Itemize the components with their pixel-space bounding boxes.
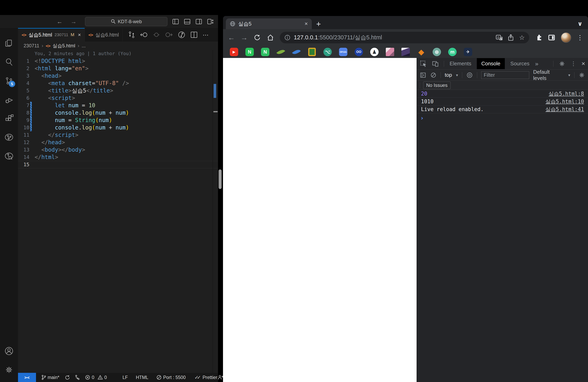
code-editor[interactable]: You, 2 minutes ago | 1 author (You) 1<!D…: [18, 50, 218, 373]
explorer-icon[interactable]: [0, 34, 18, 53]
code-line-13[interactable]: 13 <body></body>: [18, 146, 218, 153]
git-graph-item[interactable]: [75, 375, 80, 380]
inspect-element-icon[interactable]: [420, 60, 427, 67]
source-location-link[interactable]: 실습5.html:41: [546, 106, 584, 113]
bookmark-bird[interactable]: ✈: [464, 48, 472, 56]
run-debug-icon[interactable]: [0, 90, 18, 109]
tab-sources[interactable]: Sources: [510, 58, 530, 69]
breadcrumb-more[interactable]: ...: [82, 43, 85, 49]
git-branch-item[interactable]: main*: [41, 375, 59, 380]
history-back-icon[interactable]: ←: [57, 18, 63, 25]
device-toolbar-icon[interactable]: [432, 60, 439, 67]
console-message[interactable]: 1010실습5.html:10: [417, 98, 588, 105]
eol-item[interactable]: LF: [122, 375, 128, 380]
live-server-port-item[interactable]: Port : 5500: [156, 375, 186, 380]
code-line-5[interactable]: 5 <title>실습5</title>: [18, 87, 218, 94]
code-line-6[interactable]: 6 <script>: [18, 94, 218, 102]
profile-avatar[interactable]: [561, 32, 571, 43]
bookmark-naver-1[interactable]: N: [245, 48, 254, 56]
remote-indicator[interactable]: ><: [18, 373, 36, 382]
prettier-item[interactable]: ✓✓ Prettier: [194, 375, 217, 380]
bookmark-photo-pink[interactable]: [386, 48, 394, 56]
bookmark-gold-frame[interactable]: [308, 48, 316, 56]
bookmark-youtube[interactable]: ▶: [230, 48, 238, 56]
more-tabs-icon[interactable]: »: [535, 60, 538, 67]
code-line-4[interactable]: 4 <meta charset="UTF-8" />: [18, 79, 218, 87]
gitlens-icon[interactable]: [0, 147, 18, 165]
bookmark-star-icon[interactable]: ☆: [519, 34, 525, 41]
source-location-link[interactable]: 실습5.html:10: [546, 98, 584, 105]
site-info-icon[interactable]: [284, 34, 291, 41]
browser-forward-icon[interactable]: →: [241, 34, 248, 41]
bookmark-naver-2[interactable]: N: [261, 48, 269, 56]
bookmark-github[interactable]: ♟: [370, 48, 378, 56]
home-icon[interactable]: [267, 34, 274, 41]
code-line-14[interactable]: 14</html>: [18, 153, 218, 161]
git-blame-annotation[interactable]: You, 2 minutes ago | 1 author (You): [18, 50, 218, 57]
bookmark-orange-gem[interactable]: ◆: [417, 48, 425, 56]
share-icon[interactable]: [507, 34, 514, 41]
sync-item[interactable]: [64, 375, 70, 380]
code-line-2[interactable]: 2<html lang="en">: [18, 65, 218, 72]
live-share-icon[interactable]: [0, 128, 18, 147]
new-tab-icon[interactable]: +: [316, 20, 321, 28]
compare-changes-icon[interactable]: [128, 31, 135, 38]
account-icon[interactable]: [0, 342, 18, 361]
breadcrumb-folder[interactable]: 230711: [24, 43, 39, 49]
code-line-1[interactable]: 1<!DOCTYPE html>: [18, 57, 218, 65]
console-settings-icon[interactable]: [578, 72, 585, 78]
more-actions-icon[interactable]: ⋯: [203, 31, 209, 38]
console-sidebar-icon[interactable]: [420, 72, 426, 78]
customize-layout-icon[interactable]: [207, 19, 214, 24]
breadcrumb[interactable]: 230711 › <> 실습5.html › ...: [18, 41, 218, 50]
live-expression-eye-icon[interactable]: [466, 72, 473, 78]
bookmark-branch-circle[interactable]: ⌥: [323, 48, 332, 56]
tab-silseup6[interactable]: <> 실습6.html: [85, 28, 123, 41]
browser-back-icon[interactable]: ←: [228, 34, 235, 41]
chrome-menu-icon[interactable]: ⋮: [577, 34, 583, 41]
bookmark-feather[interactable]: [292, 48, 301, 56]
context-selector[interactable]: top: [445, 72, 452, 78]
console-message[interactable]: Live reload enabled.실습5.html:41: [417, 105, 588, 113]
console-message[interactable]: 20실습5.html:8: [417, 90, 588, 98]
side-panel-icon[interactable]: [548, 34, 555, 41]
toggle-sidebar-icon[interactable]: [172, 19, 179, 24]
extensions-puzzle-icon[interactable]: [535, 34, 542, 41]
tab-close-icon[interactable]: ×: [305, 20, 308, 27]
tab-silseup5[interactable]: <> 실습5.html 230711 M ×: [18, 28, 85, 41]
code-line-9[interactable]: 9 num = String(num): [18, 116, 218, 124]
console-filter-input[interactable]: [481, 71, 529, 79]
code-line-8[interactable]: 8 console.log(num + num): [18, 109, 218, 116]
nav-back-editor-icon[interactable]: [140, 31, 148, 38]
problems-item[interactable]: 0 0: [85, 375, 107, 380]
feedback-item[interactable]: [217, 375, 223, 380]
devtools-menu-icon[interactable]: ⋮: [571, 60, 576, 67]
breadcrumb-file[interactable]: 실습5.html: [53, 42, 75, 49]
bookmark-spiral[interactable]: ⊛: [433, 48, 441, 56]
code-line-15[interactable]: 15: [18, 161, 218, 168]
tab-console[interactable]: Console: [477, 58, 504, 69]
reload-icon[interactable]: [253, 34, 261, 41]
tab-close-icon[interactable]: ×: [78, 32, 81, 38]
bookmark-opgg[interactable]: OP.GG: [339, 48, 347, 56]
bookmark-photo-purple[interactable]: [401, 48, 410, 56]
settings-gear-icon[interactable]: [0, 361, 18, 379]
code-line-7[interactable]: 7 let num = 10: [18, 102, 218, 109]
page-viewport[interactable]: [223, 58, 417, 382]
log-levels-selector[interactable]: Default levels: [533, 69, 564, 81]
overlay-scrollbar-thumb[interactable]: [219, 170, 222, 189]
source-control-icon[interactable]: 5: [0, 72, 18, 90]
toggle-panel-icon[interactable]: [184, 19, 190, 24]
console-prompt[interactable]: ›: [417, 113, 588, 122]
code-line-11[interactable]: 11 </script>: [18, 131, 218, 139]
bookmark-m-circle[interactable]: m: [448, 48, 457, 56]
code-line-3[interactable]: 3 <head>: [18, 72, 218, 79]
code-line-12[interactable]: 12 </head>: [18, 139, 218, 146]
no-issues-button[interactable]: No Issues: [423, 81, 451, 89]
source-location-link[interactable]: 실습5.html:8: [549, 90, 584, 97]
command-center-search[interactable]: KDT-8-web: [85, 17, 168, 26]
history-forward-icon[interactable]: →: [71, 18, 77, 25]
devtools-settings-icon[interactable]: [559, 60, 566, 67]
bookmark-leaf[interactable]: [277, 48, 285, 56]
devtools-close-icon[interactable]: ×: [581, 60, 585, 67]
